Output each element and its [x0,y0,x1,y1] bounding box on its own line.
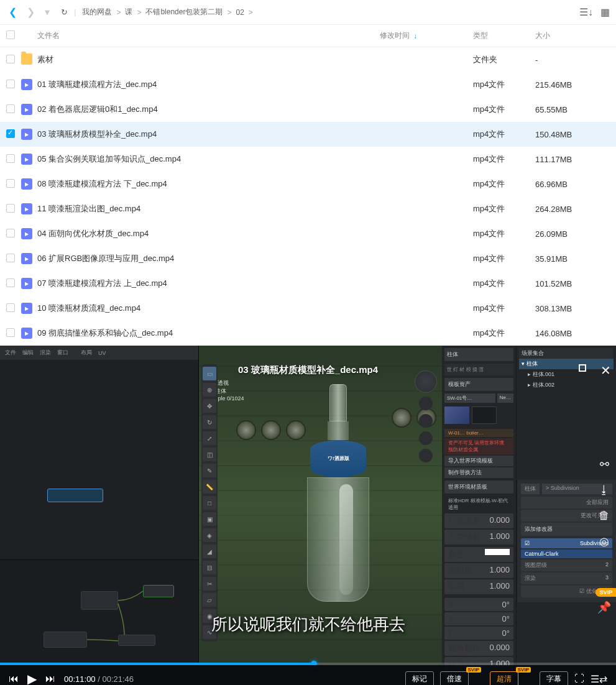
video-content[interactable]: 文件 编辑 渲染 窗口 布局 UV [0,346,616,665]
blender-upper-view [0,361,198,559]
download-icon[interactable]: ⭳ [599,484,610,497]
video-file-icon [21,328,32,339]
nav-dropdown-icon[interactable]: ▾ [42,5,52,19]
breadcrumb-p3[interactable]: 02 [236,8,244,17]
quality-button[interactable]: 超清 [490,671,518,686]
row-checkbox[interactable] [6,278,15,287]
file-list-header: 文件名 修改时间 ↓ 类型 大小 [0,25,616,47]
file-size: 264.28MB [535,205,610,214]
row-checkbox[interactable] [6,129,15,138]
file-size: 26.09MB [535,229,610,239]
file-name: 06 扩展RGB图像原理与应用_dec.mp4 [37,254,174,263]
svip-badge-small: SVIP [466,667,481,673]
select-all-checkbox[interactable] [6,30,21,41]
nav-back-icon[interactable]: ❮ [6,5,19,19]
breadcrumb-root[interactable]: 我的网盘 [82,7,112,17]
next-button[interactable]: ⏭ [45,673,55,684]
file-size: 308.13MB [535,304,610,313]
file-row[interactable]: 素材文件夹- [0,47,616,72]
shader-node [44,632,87,648]
video-file-icon [21,303,32,314]
row-checkbox[interactable] [6,55,15,63]
pan-icon [419,414,433,428]
file-name: 08 喷漆瓶建模流程方法 下_dec.mp4 [37,179,167,188]
video-file-icon [21,228,32,239]
select-tool-icon: ▭ [203,367,216,380]
pin-icon[interactable]: 📌 [597,600,611,614]
chevron-right-icon: > [249,8,253,17]
row-checkbox[interactable] [6,179,15,188]
file-row[interactable]: 06 扩展RGB图像原理与应用_dec.mp4mp4文件35.91MB [0,246,616,271]
video-file-icon [21,203,32,214]
row-checkbox[interactable] [6,204,15,213]
file-type: mp4文件 [473,303,535,314]
rotate-tool-icon: ↻ [203,415,216,429]
annotate-tool-icon: ✎ [203,464,216,477]
file-type: mp4文件 [473,278,535,289]
measure-tool-icon: 📏 [203,480,216,494]
row-checkbox[interactable] [6,229,15,237]
playlist-icon[interactable]: ☰⇄ [591,673,607,685]
maximize-icon[interactable] [579,364,586,372]
file-type: mp4文件 [473,129,535,140]
prev-button[interactable]: ⏮ [9,673,19,684]
asset-thumb [472,407,497,424]
shader-node [81,591,118,610]
delete-icon[interactable]: 🗑 [599,509,610,522]
col-filename[interactable]: 文件名 [35,30,380,41]
transform-tool-icon: ◫ [203,448,216,461]
file-row[interactable]: 05 集合实例关联追加等知识点_dec.mp4mp4文件111.17MB [0,147,616,172]
glass-bottle: ワ!酒原版 [301,384,375,614]
col-modtime[interactable]: 修改时间 ↓ [380,30,473,41]
breadcrumb-p1[interactable]: 课 [125,7,132,17]
col-type[interactable]: 类型 [473,30,535,41]
file-row[interactable]: 07 喷漆瓶建模流程方法 上_dec.mp4mp4文件101.52MB [0,271,616,296]
row-checkbox[interactable] [6,80,15,88]
time-display: 00:11:00 / 00:21:46 [64,674,134,684]
file-row[interactable]: 08 喷漆瓶建模流程方法 下_dec.mp4mp4文件66.96MB [0,172,616,196]
shader-node [143,585,174,597]
file-row[interactable]: 01 玻璃瓶建模流程方法_dec.mp4mp4文件215.46MB [0,72,616,97]
row-checkbox[interactable] [6,154,15,163]
image-node [47,489,103,502]
file-row[interactable]: 04 面朝向优化水材质_dec.mp4mp4文件26.09MB [0,221,616,246]
file-row[interactable]: 03 玻璃瓶材质模型补全_dec.mp4mp4文件150.48MB [0,122,616,147]
file-size: 35.91MB [535,254,610,264]
nav-forward-icon[interactable]: ❯ [24,5,37,19]
breadcrumb-p2[interactable]: 不错blender包装第二期 [145,7,223,17]
row-checkbox[interactable] [6,328,15,337]
row-checkbox[interactable] [6,104,15,113]
file-size: 111.17MB [535,155,610,164]
blender-right-panel: 柱体 世 灯 材 模 摄 渲 模板资产 SW-01号… Ne… W-01… bo… [442,346,616,665]
dial-gauge [236,420,256,440]
list-view-icon[interactable]: ☰↓ [579,6,593,18]
viewport-gizmo [415,370,437,462]
mark-button[interactable]: 标记 [405,671,434,686]
top-nav: ❮ ❯ ▾ ↻ | 我的网盘 > 课 > 不错blender包装第二期 > 02… [0,0,616,25]
settings-icon[interactable]: ◎ [599,535,609,548]
captions-button[interactable]: 字幕 [540,671,568,686]
file-row[interactable]: 11 喷漆瓶渲染出图_dec.mp4mp4文件264.28MB [0,196,616,221]
file-name: 09 彻底搞懂坐标系和轴心点_dec.mp4 [37,328,173,338]
video-file-icon [21,154,32,165]
grid-view-icon[interactable]: ▦ [600,6,610,18]
file-row[interactable]: 10 喷漆瓶材质流程_dec.mp4mp4文件308.13MB [0,296,616,321]
col-size[interactable]: 大小 [535,30,610,41]
file-name: 03 玻璃瓶材质模型补全_dec.mp4 [37,129,157,139]
file-row[interactable]: 09 彻底搞懂坐标系和轴心点_dec.mp4mp4文件146.08MB [0,321,616,346]
video-side-toolbar: ⚯ ⭳ 🗑 ◎ [592,370,616,548]
file-type: mp4文件 [473,328,535,339]
speed-button[interactable]: 倍速 [440,671,469,686]
video-controls: ⏮ ▶ ⏭ 00:11:00 / 00:21:46 标记 倍速 SVIP 超清 … [0,665,616,685]
refresh-icon[interactable]: ↻ [61,7,68,17]
file-size: 146.08MB [535,329,610,338]
share-icon[interactable]: ⚯ [600,457,609,471]
file-row[interactable]: 02 着色器底层逻辑0和1_dec.mp4mp4文件65.55MB [0,97,616,122]
subtitle-text: 所以说呢我们就不给他再去 [211,614,405,635]
row-checkbox[interactable] [6,254,15,262]
svip-badge[interactable]: SVIP [595,588,616,597]
play-button[interactable]: ▶ [27,671,37,685]
blender-node-editor [0,559,198,671]
row-checkbox[interactable] [6,303,15,312]
fullscreen-icon[interactable]: ⛶ [574,673,584,684]
